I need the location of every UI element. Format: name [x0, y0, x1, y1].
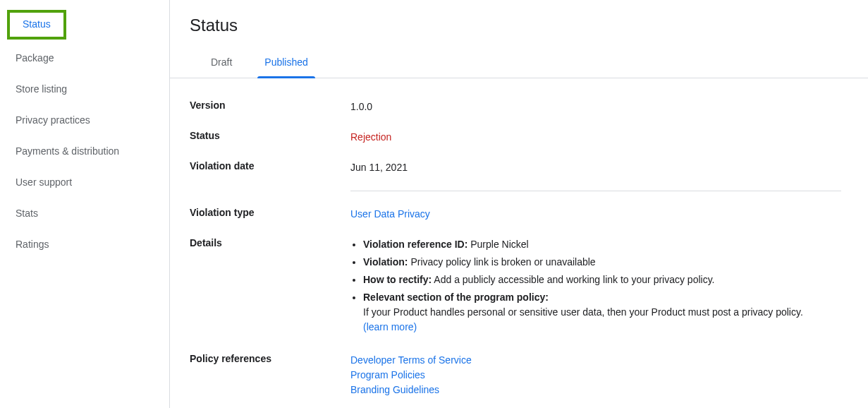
- details-value: Violation reference ID: Purple Nickel Vi…: [350, 237, 803, 337]
- link-developer-tos[interactable]: Developer Terms of Service: [350, 353, 472, 368]
- policy-references-label: Policy references: [190, 353, 350, 364]
- content-panel: Version 1.0.0 Status Rejection Violation…: [170, 78, 861, 408]
- violation-type-link[interactable]: User Data Privacy: [350, 207, 430, 222]
- policy-references-value: Developer Terms of Service Program Polic…: [350, 353, 472, 397]
- tab-draft[interactable]: Draft: [209, 56, 233, 78]
- tab-published[interactable]: Published: [263, 56, 310, 78]
- detail-violation: Violation: Privacy policy link is broken…: [363, 255, 803, 270]
- status-value: Rejection: [350, 130, 391, 145]
- link-branding-guidelines[interactable]: Branding Guidelines: [350, 383, 472, 397]
- sidebar-item-package[interactable]: Package: [0, 42, 169, 73]
- link-program-policies[interactable]: Program Policies: [350, 368, 472, 383]
- version-value: 1.0.0: [350, 100, 372, 114]
- sidebar-item-status[interactable]: Status: [7, 10, 66, 40]
- version-label: Version: [190, 100, 350, 111]
- page-title: Status: [170, 0, 868, 44]
- sidebar-item-payments-distribution[interactable]: Payments & distribution: [0, 136, 169, 167]
- sidebar: Status Package Store listing Privacy pra…: [0, 0, 170, 408]
- detail-violation-label: Violation:: [363, 256, 408, 268]
- violation-type-label: Violation type: [190, 207, 350, 218]
- detail-violation-value: Privacy policy link is broken or unavail…: [410, 256, 595, 268]
- sidebar-item-ratings[interactable]: Ratings: [0, 229, 169, 260]
- violation-date-value: Jun 11, 2021: [350, 160, 408, 175]
- violation-date-label: Violation date: [190, 160, 350, 172]
- sidebar-item-privacy-practices[interactable]: Privacy practices: [0, 104, 169, 136]
- details-label: Details: [190, 237, 350, 248]
- detail-ref-id: Violation reference ID: Purple Nickel: [363, 237, 803, 252]
- detail-policy-label: Relevant section of the program policy:: [363, 292, 549, 303]
- detail-rectify-value: Add a publicly accessible and working li…: [434, 274, 714, 285]
- sidebar-item-stats[interactable]: Stats: [0, 198, 169, 229]
- status-label: Status: [190, 130, 350, 141]
- detail-ref-id-value: Purple Nickel: [470, 239, 528, 250]
- detail-rectify: How to rectify: Add a publicly accessibl…: [363, 272, 803, 287]
- tabs: Draft Published: [170, 44, 868, 78]
- learn-more-link[interactable]: (learn more): [363, 321, 417, 332]
- detail-policy-text: If your Product handles personal or sens…: [363, 305, 803, 320]
- detail-rectify-label: How to rectify:: [363, 274, 432, 285]
- main-content: Status Draft Published Version 1.0.0 Sta…: [170, 0, 868, 408]
- detail-policy-section: Relevant section of the program policy: …: [363, 290, 803, 335]
- detail-ref-id-label: Violation reference ID:: [363, 239, 467, 250]
- sidebar-item-user-support[interactable]: User support: [0, 167, 169, 198]
- sidebar-item-store-listing[interactable]: Store listing: [0, 73, 169, 104]
- divider: [350, 191, 841, 191]
